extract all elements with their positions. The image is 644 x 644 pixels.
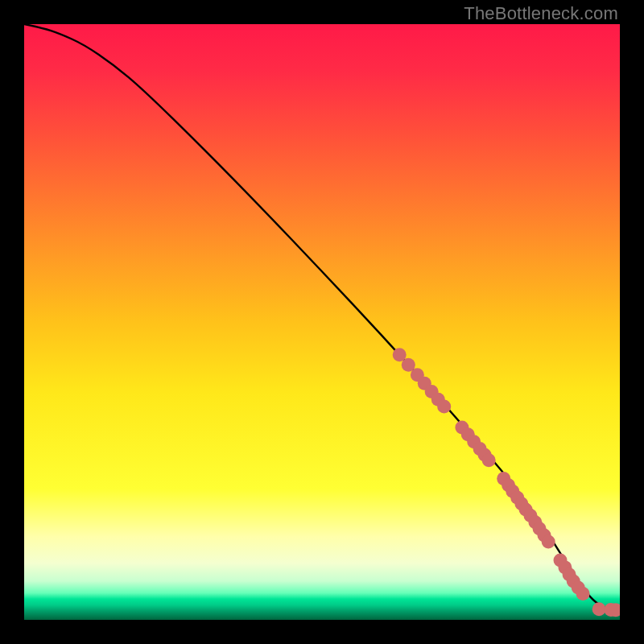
- data-marker: [542, 535, 555, 549]
- plot-area: [24, 24, 620, 620]
- watermark-text: TheBottleneck.com: [464, 3, 618, 24]
- data-marker: [482, 453, 496, 467]
- curve-layer: [24, 24, 620, 620]
- chart-stage: TheBottleneck.com: [0, 0, 644, 644]
- marker-group: [393, 348, 620, 617]
- data-marker: [592, 602, 606, 616]
- data-marker: [576, 587, 590, 601]
- data-marker: [437, 400, 451, 414]
